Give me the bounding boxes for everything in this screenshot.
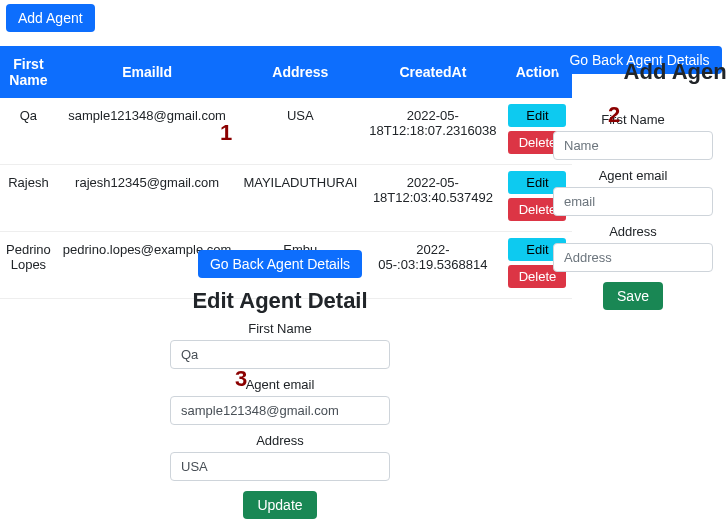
cell-address: USA: [237, 98, 363, 165]
table-row: Rajesh rajesh12345@gmail.com MAYILADUTHU…: [0, 165, 572, 232]
first-name-input[interactable]: [170, 340, 390, 369]
add-agent-heading: Add Agent: [624, 60, 726, 84]
first-name-label: First Name: [553, 112, 713, 127]
cell-first-name: Pedrino Lopes: [0, 232, 57, 299]
cell-address: MAYILADUTHURAI: [237, 165, 363, 232]
first-name-label: First Name: [170, 321, 390, 336]
col-created-at: CreatedAt: [363, 46, 502, 98]
cell-first-name: Rajesh: [0, 165, 57, 232]
update-button[interactable]: Update: [243, 491, 316, 519]
col-first-name: First Name: [0, 46, 57, 98]
cell-created-at: 2022-05-18T12:03:40.537492: [363, 165, 502, 232]
cell-first-name: Qa: [0, 98, 57, 165]
col-address: Address: [237, 46, 363, 98]
email-input[interactable]: [553, 187, 713, 216]
table-row: Qa sample121348@gmail.com USA 2022-05-18…: [0, 98, 572, 165]
address-label: Address: [170, 433, 390, 448]
email-label: Agent email: [170, 377, 390, 392]
save-button[interactable]: Save: [603, 282, 663, 310]
cell-email: sample121348@gmail.com: [57, 98, 238, 165]
col-email: EmailId: [57, 46, 238, 98]
email-label: Agent email: [553, 168, 713, 183]
email-input[interactable]: [170, 396, 390, 425]
edit-agent-heading: Edit Agent Detail: [170, 288, 390, 313]
cell-email: rajesh12345@gmail.com: [57, 165, 238, 232]
address-label: Address: [553, 224, 713, 239]
add-agent-button[interactable]: Add Agent: [6, 4, 95, 32]
address-input[interactable]: [553, 243, 713, 272]
cell-created-at: 2022-05-18T12:18:07.2316038: [363, 98, 502, 165]
go-back-button[interactable]: Go Back Agent Details: [198, 250, 362, 278]
address-input[interactable]: [170, 452, 390, 481]
first-name-input[interactable]: [553, 131, 713, 160]
